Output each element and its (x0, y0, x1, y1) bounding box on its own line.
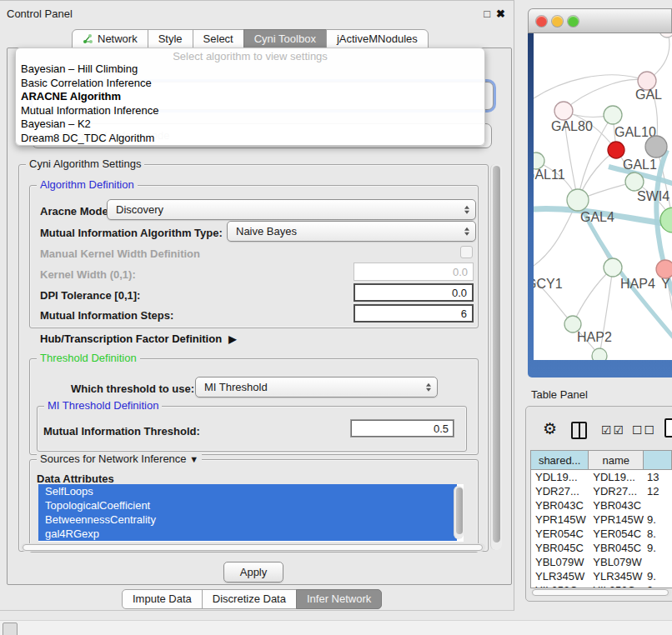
tab-infer-network[interactable]: Infer Network (296, 589, 382, 609)
tab-label: jActiveMNodules (337, 32, 418, 45)
table-cell: YBL079W (531, 556, 589, 568)
data-attributes-label: Data Attributes (37, 472, 114, 485)
attribute-item-selfloops[interactable]: SelfLoops (38, 484, 457, 498)
node-gal80-label: GAL80 (551, 119, 593, 133)
table-row[interactable]: YBL079WYBL079W (531, 555, 672, 569)
checked-columns-icon[interactable]: ☑☑ (601, 423, 625, 437)
unchecked-columns-icon[interactable]: ☐☐ (632, 423, 656, 437)
node-gal11[interactable] (534, 152, 544, 169)
algorithm-definition-title: Algorithm Definition (37, 178, 138, 191)
minimized-panel-icon[interactable] (3, 622, 18, 635)
algorithm-option-dream8-dc-tdc-algorithm[interactable]: Dream8 DC_TDC Algorithm (16, 132, 484, 146)
table-row[interactable]: YDR27...YDR27...12 (531, 484, 672, 498)
column-header-name[interactable]: name (589, 451, 644, 469)
node-gray[interactable] (645, 136, 667, 158)
tab-label: Network (98, 32, 138, 45)
dpi-tolerance-field[interactable]: 0.0 (354, 283, 474, 302)
tab-style[interactable]: Style (148, 29, 193, 49)
tab-label: Select (203, 32, 233, 45)
hub-definition-expander[interactable]: Hub/Transcription Factor Definition ▶ (40, 332, 236, 345)
network-window-titlebar[interactable] (528, 8, 672, 33)
table-scrollbar-thumb[interactable] (532, 589, 669, 596)
sources-group-title: Sources for Network Inference ▼ (37, 452, 202, 465)
settings-horizontal-scrollbar[interactable] (21, 543, 485, 552)
tab-impute-data[interactable]: Impute Data (122, 589, 203, 609)
status-bar (0, 620, 672, 635)
node-hap4[interactable] (604, 258, 622, 277)
table-row[interactable]: YPR145WYPR145W9. (531, 512, 672, 527)
tab-discretize-data[interactable]: Discretize Data (202, 589, 297, 609)
kernel-width-field[interactable]: 0.0 (354, 262, 474, 281)
node-swi4[interactable] (625, 172, 644, 191)
table-cell: YBR043C (589, 499, 644, 512)
mi-steps-field[interactable]: 6 (354, 304, 474, 322)
attribute-item-topologicalcoefficient[interactable]: TopologicalCoefficient (38, 498, 457, 512)
sources-title-text: Sources for Network Inference (40, 452, 187, 465)
column-header-shared[interactable]: shared... (531, 451, 589, 469)
application-window: Control Panel □ ✖ Inference Algorithm ga… (0, 0, 672, 635)
node-gcy1-label: GCY1 (534, 277, 563, 291)
attributes-vertical-scrollbar[interactable] (454, 486, 464, 539)
aracne-mode-select[interactable]: Discovery (107, 199, 476, 220)
mi-threshold-definition-title: MI Threshold Definition (44, 399, 162, 412)
node-gal10[interactable] (604, 106, 622, 124)
mi-steps-label: Mutual Information Steps: (40, 309, 173, 322)
node-table[interactable]: shared...name YDL19...YDL19...13YDR27...… (530, 450, 672, 588)
zoom-button[interactable] (568, 16, 579, 27)
float-window-icon[interactable]: □ (484, 8, 490, 20)
node-partial-top[interactable] (659, 33, 672, 38)
attribute-item-betweennesscentrality[interactable]: BetweennessCentrality (38, 512, 457, 527)
node-gal80[interactable] (554, 102, 573, 120)
node-big-green[interactable] (660, 208, 672, 232)
data-attributes-list[interactable]: SelfLoopsTopologicalCoefficientBetweenne… (38, 484, 464, 542)
node-gal1[interactable] (608, 142, 624, 158)
minimize-button[interactable] (552, 16, 563, 27)
cyni-algorithm-settings-title: Cyni Algorithm Settings (26, 158, 144, 170)
manual-kernel-width-checkbox[interactable] (460, 246, 473, 258)
mi-threshold-field[interactable]: 0.5 (350, 419, 454, 438)
gear-icon[interactable]: ⚙ (543, 419, 557, 438)
algorithm-option-basic-correlation-inference[interactable]: Basic Correlation Inference (16, 77, 484, 91)
attributes-scrollbar-thumb[interactable] (456, 488, 463, 534)
close-button[interactable] (536, 16, 547, 27)
table-row[interactable]: YDL19...YDL19...13 (531, 470, 672, 484)
table-cell: YPR145W (531, 513, 589, 526)
column-header-partial[interactable] (644, 451, 672, 469)
algorithm-option-mutual-information-inference[interactable]: Mutual Information Inference (16, 104, 484, 118)
which-threshold-label: Which threshold to use: (71, 382, 194, 395)
horizontal-scrollbar-thumb[interactable] (23, 544, 483, 551)
table-cell: 8. (644, 528, 672, 540)
network-view-canvas[interactable]: GALGAL80GAL10GAL1GAL11SWI4GAL4GCY1HAP4YH… (534, 33, 672, 360)
tab-cyni-toolbox[interactable]: Cyni Toolbox (243, 29, 327, 49)
tab-label: Infer Network (307, 592, 371, 605)
node-partial-bottom[interactable] (592, 348, 607, 360)
tab-select[interactable]: Select (193, 29, 244, 49)
node-gal4[interactable] (567, 189, 589, 211)
table-row[interactable]: YBR045CYBR045C9. (531, 541, 672, 555)
attribute-item-gal4rgexp[interactable]: gal4RGexp (38, 527, 457, 541)
table-cell: YDR27... (531, 485, 589, 498)
table-horizontal-scrollbar[interactable] (531, 588, 671, 597)
document-icon[interactable] (664, 418, 672, 438)
algorithm-option-bayesian-k2[interactable]: Bayesian – K2 (16, 118, 484, 132)
node-salmon[interactable] (656, 260, 672, 278)
settings-scrollbar-thumb[interactable] (493, 166, 500, 542)
algorithm-option-bayesian-hill-climbing[interactable]: Bayesian – Hill Climbing (16, 62, 484, 77)
table-row[interactable]: YER054CYER054C8. (531, 527, 672, 541)
settings-vertical-scrollbar[interactable] (490, 164, 502, 550)
tab-label: Discretize Data (213, 592, 286, 605)
dpi-tolerance-label: DPI Tolerance [0,1]: (40, 289, 140, 302)
node-gal4-label: GAL4 (580, 210, 614, 224)
tab-label: Style (158, 32, 183, 45)
apply-button[interactable]: Apply (223, 562, 283, 582)
which-threshold-select[interactable]: MI Threshold (195, 377, 438, 398)
tab-jactivemnodules[interactable]: jActiveMNodules (326, 29, 429, 49)
mi-algorithm-type-select[interactable]: Naive Bayes (227, 221, 476, 242)
collapse-arrow-icon[interactable]: ▼ (189, 454, 198, 464)
tab-network[interactable]: Network (72, 29, 148, 49)
table-row[interactable]: YLR345WYLR345W9. (531, 569, 672, 583)
table-row[interactable]: YBR043CYBR043C (531, 498, 672, 512)
columns-icon[interactable] (571, 422, 587, 439)
close-icon[interactable]: ✖ (496, 8, 505, 20)
algorithm-option-aracne-algorithm[interactable]: ARACNE Algorithm (16, 90, 484, 104)
